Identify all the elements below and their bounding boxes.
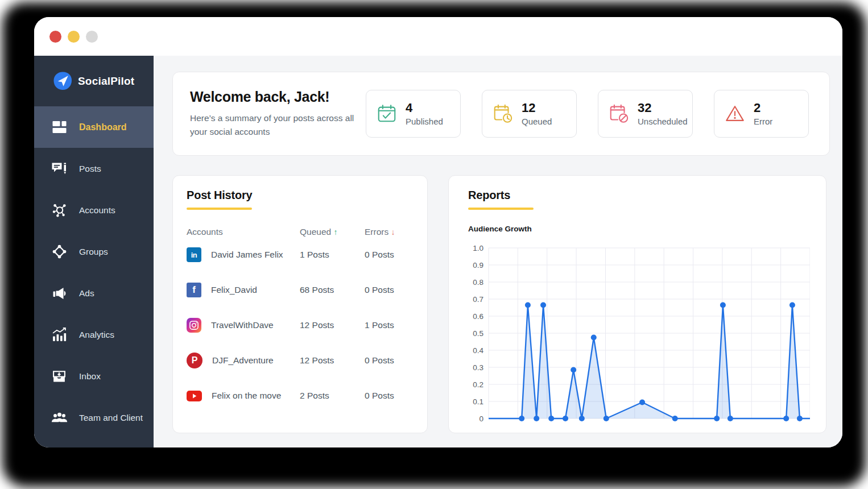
sidebar-item-label: Dashboard [79, 122, 127, 132]
stat-value: 12 [522, 101, 552, 115]
svg-text:0.8: 0.8 [473, 278, 483, 287]
table-header: Accounts Queued ↑ Errors ↓ [187, 227, 414, 237]
post-history-panel: Post History Accounts Queued ↑ Errors ↓ [172, 175, 428, 433]
svg-text:0.1: 0.1 [473, 397, 483, 406]
sidebar-item-label: Ads [79, 288, 94, 299]
app-window: SocialPilot Dashboard [34, 17, 842, 447]
queued-count: 1 Posts [300, 250, 365, 260]
account-name: DJF_Adventure [212, 355, 274, 366]
linkedin-icon: in [187, 247, 201, 262]
sidebar-item-accounts[interactable]: Accounts [34, 189, 154, 231]
welcome-subtitle: Here’s a summary of your posts across al… [190, 111, 361, 139]
welcome-card: Welcome back, Jack! Here’s a summary of … [172, 72, 830, 156]
youtube-icon [187, 391, 202, 401]
post-history-title: Post History [187, 189, 414, 202]
sidebar-item-label: Groups [79, 247, 108, 257]
welcome-text: Welcome back, Jack! Here’s a summary of … [190, 89, 361, 139]
table-row[interactable]: Felix on the move 2 Posts 0 Posts [187, 378, 414, 413]
sidebar-item-dashboard[interactable]: Dashboard [34, 106, 154, 148]
svg-text:0.9: 0.9 [473, 261, 483, 270]
reports-title: Reports [468, 189, 807, 202]
sidebar-item-label: Posts [79, 164, 101, 174]
account-name: David James Felix [211, 250, 283, 260]
posts-icon [51, 161, 68, 176]
account-name: TravelWithDave [211, 320, 274, 330]
queued-count: 12 Posts [300, 320, 365, 330]
ads-icon [51, 287, 68, 300]
audience-growth-chart: 1.00.90.80.70.60.50.40.30.20.10 [468, 241, 810, 422]
stat-value: 32 [638, 101, 688, 115]
minimize-window-icon[interactable] [68, 31, 80, 43]
stat-card-queued[interactable]: 12 Queued [482, 90, 577, 138]
calendar-clock-icon [492, 103, 514, 125]
column-header-queued[interactable]: Queued ↑ [300, 227, 365, 237]
svg-text:0.6: 0.6 [473, 312, 483, 321]
page-title: Welcome back, Jack! [190, 89, 361, 105]
sidebar-item-analytics[interactable]: Analytics [34, 314, 154, 355]
svg-text:0.5: 0.5 [473, 329, 483, 338]
table-row[interactable]: TravelWithDave 12 Posts 1 Posts [187, 308, 414, 343]
errors-count: 0 Posts [365, 250, 414, 260]
stat-value: 2 [754, 101, 772, 115]
column-header-errors[interactable]: Errors ↓ [365, 227, 414, 237]
pinterest-icon: P [187, 353, 202, 368]
sidebar-item-ads[interactable]: Ads [34, 272, 154, 314]
sort-ascending-icon: ↑ [333, 227, 337, 237]
title-underline [187, 208, 252, 210]
sidebar-item-label: Inbox [79, 371, 101, 382]
instagram-icon [187, 318, 201, 333]
team-icon [51, 412, 68, 424]
account-name: Felix_David [211, 285, 257, 295]
dashboard-icon [51, 121, 68, 134]
sidebar-item-label: Team and Client [79, 413, 143, 423]
sidebar-item-inbox[interactable]: Inbox [34, 355, 154, 397]
close-window-icon[interactable] [49, 31, 61, 43]
queued-count: 2 Posts [300, 391, 365, 401]
groups-icon [51, 244, 68, 259]
table-row[interactable]: P DJF_Adventure 12 Posts 0 Posts [187, 343, 414, 378]
sidebar-item-posts[interactable]: Posts [34, 148, 154, 189]
calendar-check-icon [376, 103, 398, 125]
errors-count: 1 Posts [365, 320, 414, 330]
warning-triangle-icon [724, 103, 746, 125]
column-header-accounts: Accounts [187, 227, 300, 237]
facebook-icon: f [187, 283, 201, 297]
stat-label: Published [406, 117, 443, 126]
stat-label: Queued [522, 117, 552, 126]
stat-cards: 4 Published [366, 90, 809, 138]
svg-text:1.0: 1.0 [473, 244, 483, 252]
table-row[interactable]: in David James Felix 1 Posts 0 Posts [187, 237, 414, 272]
stat-label: Error [754, 117, 772, 126]
svg-text:0.7: 0.7 [473, 295, 483, 304]
sidebar: SocialPilot Dashboard [34, 56, 154, 447]
stat-card-published[interactable]: 4 Published [366, 90, 461, 138]
sort-descending-icon: ↓ [391, 227, 395, 237]
stat-card-unscheduled[interactable]: 32 Unscheduled [598, 90, 693, 138]
calendar-blocked-icon [608, 103, 630, 125]
brand-logo: SocialPilot [34, 56, 154, 106]
stat-value: 4 [406, 101, 443, 115]
queued-count: 68 Posts [300, 285, 365, 295]
svg-text:0.2: 0.2 [473, 380, 483, 389]
queued-count: 12 Posts [300, 355, 365, 366]
accounts-icon [51, 202, 68, 218]
zoom-window-icon[interactable] [86, 31, 98, 43]
window-titlebar [34, 17, 842, 56]
errors-count: 0 Posts [365, 285, 414, 295]
account-name: Felix on the move [212, 391, 281, 401]
analytics-icon [51, 328, 68, 342]
brand-name: SocialPilot [78, 75, 134, 88]
errors-count: 0 Posts [365, 391, 414, 401]
sidebar-item-label: Analytics [79, 330, 114, 340]
svg-text:0.3: 0.3 [473, 363, 483, 372]
sidebar-item-groups[interactable]: Groups [34, 231, 154, 272]
sidebar-item-team-and-client[interactable]: Team and Client [34, 397, 154, 438]
title-underline [468, 208, 534, 210]
stat-card-error[interactable]: 2 Error [714, 90, 809, 138]
sidebar-item-label: Accounts [79, 205, 115, 216]
chart-title: Audience Growth [468, 225, 807, 233]
reports-panel: Reports Audience Growth 1.00.90.80.70.60… [448, 175, 826, 433]
main-content: Welcome back, Jack! Here’s a summary of … [154, 56, 842, 447]
table-row[interactable]: f Felix_David 68 Posts 0 Posts [187, 272, 414, 308]
socialpilot-logo-icon [53, 71, 73, 91]
